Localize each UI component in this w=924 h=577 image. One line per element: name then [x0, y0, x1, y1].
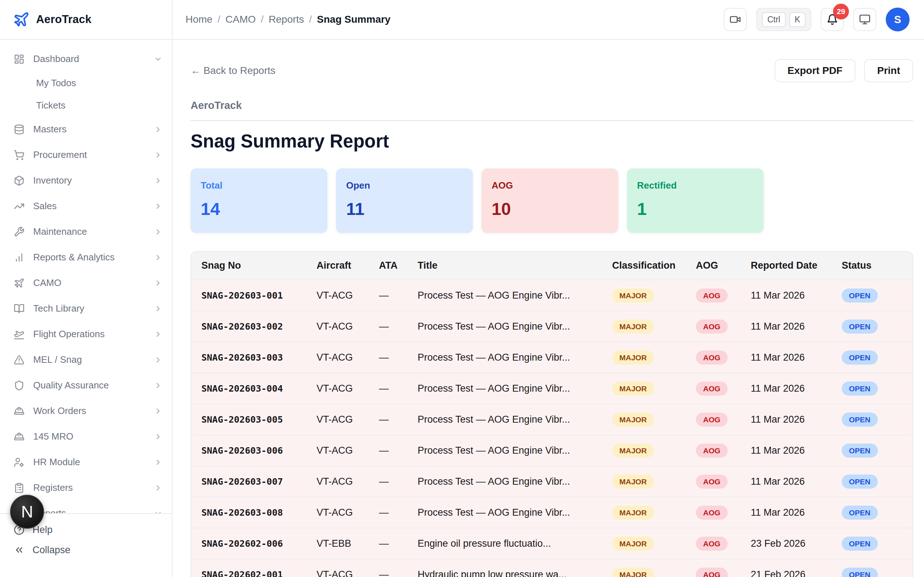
sidebar-item-dashboard[interactable]: Dashboard [0, 46, 172, 72]
title-cell: Process Test — AOG Engine Vibr... [407, 435, 602, 466]
page-title: Snag Summary Report [191, 131, 913, 152]
aircraft-cell: VT-ACG [307, 373, 369, 404]
screen-record-button[interactable] [724, 8, 747, 31]
reported-date-cell: 11 Mar 2026 [741, 466, 832, 497]
sidebar-item-label: Quality Assurance [33, 380, 145, 391]
command-palette-button[interactable]: Ctrl K [756, 8, 811, 31]
sidebar-item-label: Flight Operations [33, 329, 145, 340]
classification-badge: MAJOR [612, 537, 654, 551]
table-row[interactable]: SNAG-202602-001 VT-ACG — Hydraulic pump … [191, 559, 913, 577]
table-row[interactable]: SNAG-202603-001 VT-ACG — Process Test — … [191, 280, 913, 311]
sidebar-item-label: Procurement [33, 149, 145, 161]
sidebar-item-procurement[interactable]: Procurement [0, 142, 172, 168]
aog-badge: AOG [696, 351, 728, 364]
chevron-right-icon [154, 432, 162, 441]
breadcrumb-reports[interactable]: Reports [268, 14, 304, 25]
title-cell: Engine oil pressure fluctuatio... [407, 528, 602, 559]
sidebar-item-145-mro[interactable]: 145 MRO [0, 424, 172, 449]
sidebar-item-reports-analytics[interactable]: Reports & Analytics [0, 245, 172, 270]
table-row[interactable]: SNAG-202603-006 VT-ACG — Process Test — … [191, 435, 913, 466]
sidebar-item-label: Sales [33, 200, 145, 212]
user-avatar[interactable]: S [886, 8, 909, 31]
sidebar-item-camo[interactable]: CAMO [0, 270, 172, 296]
sidebar: AeroTrack Dashboard My Todos Tickets Mas… [0, 0, 173, 577]
title-cell: Process Test — AOG Engine Vibr... [407, 404, 602, 435]
video-camera-icon [729, 14, 741, 25]
divider [191, 120, 913, 121]
aog-badge: AOG [696, 382, 728, 396]
aog-badge: AOG [696, 537, 728, 551]
sidebar-item-label: Masters [33, 124, 145, 135]
sidebar-item-label: Work Orders [33, 405, 145, 416]
breadcrumb-camo[interactable]: CAMO [225, 14, 255, 25]
sidebar-item-quality-assurance[interactable]: Quality Assurance [0, 372, 172, 398]
sidebar-item-maintenance[interactable]: Maintenance [0, 219, 172, 245]
sidebar-item-inventory[interactable]: Inventory [0, 168, 172, 193]
sidebar-item-tickets[interactable]: Tickets [0, 94, 172, 116]
title-cell: Process Test — AOG Engine Vibr... [407, 311, 602, 342]
main-area: Home / CAMO / Reports / Snag Summary Ctr… [173, 0, 924, 577]
classification-cell: MAJOR [602, 404, 686, 435]
reported-date-cell: 11 Mar 2026 [741, 311, 832, 342]
print-button[interactable]: Print [864, 59, 913, 82]
reported-date-cell: 11 Mar 2026 [741, 280, 832, 311]
title-cell: Process Test — AOG Engine Vibr... [407, 497, 602, 528]
export-pdf-button[interactable]: Export PDF [775, 59, 855, 82]
col-classification: Classification [602, 252, 686, 280]
breadcrumb-home[interactable]: Home [186, 14, 213, 25]
notifications-button[interactable]: 29 [821, 8, 844, 31]
aircraft-cell: VT-ACG [307, 497, 369, 528]
sidebar-item-label: 145 MRO [33, 431, 145, 442]
chevron-right-icon [154, 484, 162, 492]
snag-table-body: SNAG-202603-001 VT-ACG — Process Test — … [191, 280, 913, 577]
plane-takeoff-icon [14, 329, 24, 340]
reported-date-cell: 11 Mar 2026 [741, 435, 832, 466]
title-cell: Process Test — AOG Engine Vibr... [407, 466, 602, 497]
status-cell: OPEN [832, 559, 913, 577]
table-row[interactable]: SNAG-202602-006 VT-EBB — Engine oil pres… [191, 528, 913, 559]
back-to-reports-link[interactable]: ← Back to Reports [191, 65, 275, 76]
table-row[interactable]: SNAG-202603-002 VT-ACG — Process Test — … [191, 311, 913, 342]
sidebar-item-hr-module[interactable]: HR Module [0, 449, 172, 475]
status-cell: OPEN [832, 528, 913, 559]
aog-badge: AOG [696, 413, 728, 427]
sidebar-item-flight-operations[interactable]: Flight Operations [0, 321, 172, 347]
chevron-right-icon [154, 125, 162, 134]
brand-logo[interactable]: AeroTrack [0, 0, 172, 40]
table-row[interactable]: SNAG-202603-003 VT-ACG — Process Test — … [191, 342, 913, 373]
sidebar-item-work-orders[interactable]: Work Orders [0, 398, 172, 424]
sidebar-item-mel-snag[interactable]: MEL / Snag [0, 347, 172, 372]
ata-cell: — [369, 280, 407, 311]
chevron-down-icon [154, 55, 162, 63]
card-label: Total [201, 180, 317, 191]
snag-no-cell: SNAG-202603-007 [191, 466, 307, 497]
sidebar-item-masters[interactable]: Masters [0, 116, 172, 142]
reported-date-cell: 11 Mar 2026 [741, 497, 832, 528]
card-value: 1 [637, 199, 754, 219]
status-cell: OPEN [832, 466, 913, 497]
status-badge: OPEN [842, 319, 878, 334]
ata-cell: — [369, 342, 407, 373]
ata-cell: — [369, 559, 407, 577]
aircraft-cell: VT-ACG [307, 404, 369, 435]
dev-tools-badge[interactable]: N [10, 495, 44, 529]
collapse-label: Collapse [32, 545, 70, 556]
user-cog-icon [14, 457, 24, 468]
topbar: Home / CAMO / Reports / Snag Summary Ctr… [173, 0, 924, 40]
table-row[interactable]: SNAG-202603-004 VT-ACG — Process Test — … [191, 373, 913, 404]
display-mode-button[interactable] [853, 8, 876, 31]
table-row[interactable]: SNAG-202603-008 VT-ACG — Process Test — … [191, 497, 913, 528]
sidebar-item-my-todos[interactable]: My Todos [0, 72, 172, 94]
chevron-right-icon [154, 330, 162, 338]
reported-date-cell: 11 Mar 2026 [741, 404, 832, 435]
table-row[interactable]: SNAG-202603-007 VT-ACG — Process Test — … [191, 466, 913, 497]
status-cell: OPEN [832, 311, 913, 342]
alert-triangle-icon [14, 355, 24, 365]
aog-cell: AOG [686, 342, 741, 373]
sidebar-item-sales[interactable]: Sales [0, 193, 172, 219]
classification-badge: MAJOR [612, 506, 654, 520]
collapse-button[interactable]: Collapse [14, 540, 172, 560]
table-row[interactable]: SNAG-202603-005 VT-ACG — Process Test — … [191, 404, 913, 435]
sidebar-item-tech-library[interactable]: Tech Library [0, 296, 172, 321]
classification-cell: MAJOR [602, 311, 686, 342]
